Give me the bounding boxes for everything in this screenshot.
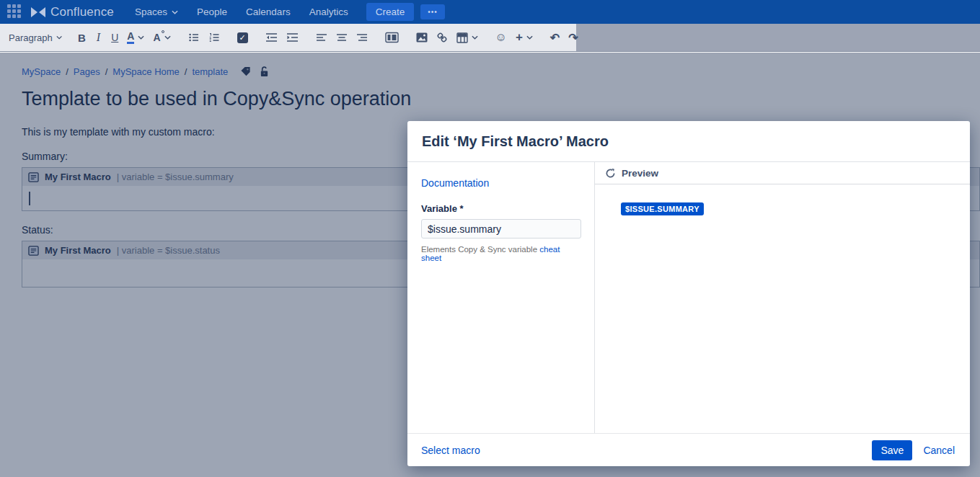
plus-icon: +: [516, 32, 523, 43]
confluence-logo[interactable]: Confluence: [30, 5, 114, 19]
dialog-title: Edit ‘My First Macro’ Macro: [422, 133, 609, 150]
more-menu-button[interactable]: •••: [420, 4, 445, 19]
insert-image-button[interactable]: [412, 30, 432, 45]
redo-button[interactable]: ↷: [564, 28, 582, 48]
indent-icon: [286, 32, 299, 43]
paragraph-style-select[interactable]: Paragraph: [4, 30, 65, 46]
align-right-icon: [356, 32, 368, 43]
bullet-list-icon: [188, 32, 200, 43]
app-navbar: Confluence Spaces People Calendars Analy…: [0, 0, 980, 24]
nav-calendars[interactable]: Calendars: [238, 2, 299, 22]
align-center-icon: [336, 32, 348, 43]
preview-panel: Preview $ISSUE.SUMMARY: [595, 162, 970, 433]
emoji-button[interactable]: ☺: [491, 28, 511, 47]
variable-label: Variable *: [421, 203, 581, 214]
align-left-icon: [316, 32, 327, 43]
chevron-down-icon: [164, 35, 171, 40]
task-checkbox-icon: ✓: [237, 32, 248, 43]
insert-table-button[interactable]: [452, 30, 482, 46]
task-list-button[interactable]: ✓: [233, 30, 252, 46]
dialog-header: Edit ‘My First Macro’ Macro: [407, 121, 970, 162]
more-formatting-icon: A: [153, 32, 160, 43]
nav-spaces[interactable]: Spaces: [127, 2, 186, 22]
insert-more-button[interactable]: +: [511, 30, 537, 45]
page-layout-icon: [385, 32, 399, 43]
chevron-down-icon: [172, 10, 178, 14]
preview-header: Preview: [595, 162, 970, 184]
refresh-icon[interactable]: [605, 168, 616, 179]
italic-button[interactable]: I: [90, 28, 107, 47]
emoji-icon: ☺: [495, 31, 507, 44]
image-icon: [416, 32, 428, 43]
link-icon: [436, 32, 448, 43]
bold-icon: B: [78, 32, 86, 44]
variable-badge: $ISSUE.SUMMARY: [621, 202, 704, 215]
chevron-down-icon: [138, 35, 144, 40]
edit-macro-dialog: Edit ‘My First Macro’ Macro Documentatio…: [407, 121, 970, 466]
table-icon: [456, 32, 468, 43]
outdent-icon: [265, 32, 278, 43]
underline-button[interactable]: U: [107, 29, 123, 46]
numbered-list-button[interactable]: [204, 29, 224, 46]
confluence-logo-icon: [30, 6, 46, 18]
nav-analytics[interactable]: Analytics: [301, 2, 356, 22]
helper-text: Elements Copy & Sync variable cheat shee…: [421, 245, 581, 262]
indent-button[interactable]: [282, 29, 303, 46]
create-button[interactable]: Create: [366, 3, 415, 21]
variable-input[interactable]: [421, 219, 581, 239]
preview-label: Preview: [622, 168, 658, 179]
save-button[interactable]: Save: [872, 440, 912, 460]
logo-text: Confluence: [50, 5, 114, 19]
text-color-icon: A: [127, 31, 134, 44]
insert-link-button[interactable]: [432, 29, 452, 46]
text-color-button[interactable]: A: [123, 28, 149, 47]
bold-button[interactable]: B: [74, 29, 90, 47]
confluence-app: Confluence Spaces People Calendars Analy…: [0, 0, 980, 477]
documentation-link[interactable]: Documentation: [421, 177, 489, 189]
undo-icon: ↶: [550, 31, 560, 45]
page-layout-button[interactable]: [381, 29, 403, 46]
align-center-button[interactable]: [332, 29, 352, 46]
redo-icon: ↷: [568, 31, 578, 45]
app-switcher-icon[interactable]: [7, 4, 23, 20]
select-macro-link[interactable]: Select macro: [421, 445, 480, 456]
macro-parameters-panel: Documentation Variable * Elements Copy &…: [407, 162, 595, 433]
numbered-list-icon: [208, 32, 220, 43]
align-right-button[interactable]: [352, 29, 372, 46]
undo-button[interactable]: ↶: [546, 28, 564, 48]
underline-icon: U: [111, 32, 118, 43]
chevron-down-icon: [56, 35, 62, 40]
toolbar-strip: Paragraph B I U A A: [0, 24, 980, 52]
bullet-list-button[interactable]: [184, 29, 204, 46]
italic-icon: I: [94, 31, 102, 44]
outdent-button[interactable]: [261, 29, 282, 46]
align-left-button[interactable]: [312, 29, 332, 46]
editor-toolbar: Paragraph B I U A A: [0, 24, 576, 51]
dialog-body: Documentation Variable * Elements Copy &…: [407, 162, 970, 433]
more-formatting-button[interactable]: A: [149, 29, 175, 46]
chevron-down-icon: [472, 35, 478, 40]
nav-people[interactable]: People: [189, 2, 235, 22]
cancel-button[interactable]: Cancel: [923, 445, 955, 456]
chevron-down-icon: [526, 35, 533, 40]
preview-area: $ISSUE.SUMMARY: [595, 184, 970, 433]
dialog-footer: Select macro Save Cancel: [407, 433, 970, 466]
